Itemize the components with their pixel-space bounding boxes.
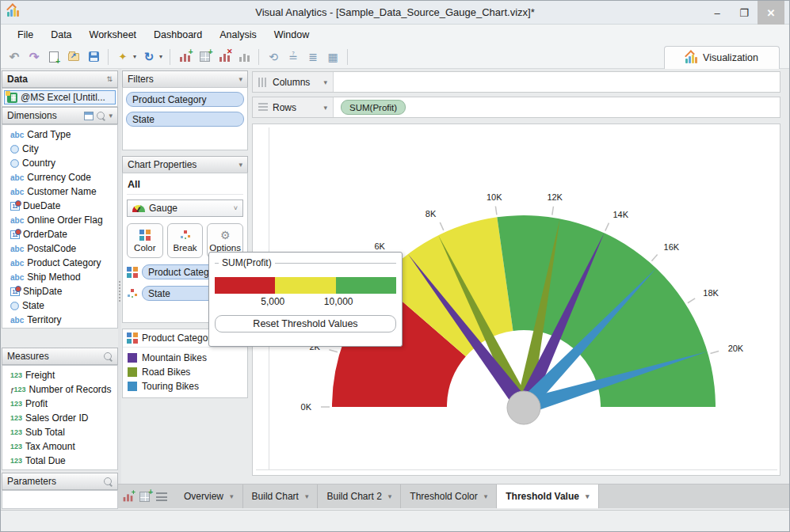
legend-item[interactable]: Touring Bikes: [128, 379, 242, 393]
collapse-expand-icon[interactable]: ⇅: [106, 75, 113, 83]
data-source-item[interactable]: @MS Excel [Untitl...: [4, 90, 116, 104]
menu-item[interactable]: Analysis: [211, 26, 265, 44]
svg-text:10K: 10K: [487, 192, 502, 202]
menu-item[interactable]: Dashboard: [145, 26, 211, 44]
tab-dropdown-caret[interactable]: ▾: [388, 492, 392, 500]
menu-item[interactable]: Window: [265, 26, 318, 44]
save-icon[interactable]: [86, 50, 101, 64]
panel-splitter[interactable]: [118, 69, 121, 484]
measure-item[interactable]: 123 Profit: [2, 397, 117, 411]
measure-item[interactable]: ƒ123 Number of Records: [2, 382, 117, 397]
search-icon[interactable]: [104, 477, 113, 486]
search-icon[interactable]: [104, 352, 113, 361]
wizard-icon[interactable]: ✦: [116, 50, 130, 64]
dimension-item[interactable]: abc Customer Name: [2, 184, 117, 199]
remove-chart-icon[interactable]: ✕: [217, 50, 231, 64]
legend-item[interactable]: Road Bikes: [128, 365, 242, 379]
search-icon[interactable]: [97, 112, 105, 120]
measure-label: Total Due: [25, 455, 66, 466]
dimension-item[interactable]: abc PostalCode: [2, 241, 117, 256]
menu-item[interactable]: Data: [42, 26, 80, 44]
dimension-item[interactable]: abc Ship Method: [2, 270, 117, 284]
add-crosstab-icon[interactable]: +: [197, 50, 212, 64]
dimension-item[interactable]: 12 ShipDate: [2, 284, 117, 298]
minimize-button[interactable]: –: [704, 1, 731, 25]
chevron-down-icon[interactable]: ▾: [239, 161, 242, 169]
scope-label: All: [127, 177, 243, 195]
dimension-item[interactable]: abc Online Order Flag: [2, 213, 117, 227]
columns-shelf[interactable]: Columns ▾: [252, 71, 780, 93]
number-type-icon: 123: [10, 400, 22, 408]
reset-threshold-button[interactable]: Reset Threshold Values: [215, 315, 396, 332]
threshold-segment[interactable]: [336, 277, 396, 294]
color-button[interactable]: Color: [127, 223, 163, 258]
measure-item[interactable]: 123 Sub Total: [2, 425, 117, 439]
rows-shelf-label[interactable]: Rows ▾: [253, 97, 334, 117]
dimension-item[interactable]: abc Currency Code: [2, 170, 117, 184]
dimension-item[interactable]: abc Territory: [2, 313, 117, 327]
redo-icon[interactable]: ↷: [27, 50, 41, 64]
dimension-item[interactable]: Country: [2, 156, 117, 170]
add-chart-icon[interactable]: +: [124, 492, 133, 501]
dimension-item[interactable]: City: [2, 142, 117, 156]
tab-dropdown-caret[interactable]: ▾: [230, 492, 234, 500]
legend-item[interactable]: Mountain Bikes: [128, 351, 242, 365]
tab-dropdown-caret[interactable]: ▾: [305, 492, 309, 500]
filter-pill[interactable]: Product Category: [126, 92, 244, 107]
threshold-segment[interactable]: [275, 277, 335, 294]
dimension-item[interactable]: abc Product Category: [2, 256, 117, 270]
number-type-icon: 123: [10, 428, 22, 436]
add-chart-icon[interactable]: +: [177, 50, 192, 64]
dimension-item[interactable]: abc Card Type: [2, 127, 117, 142]
measure-item[interactable]: 123 Sales Order ID: [2, 411, 117, 425]
sheet-tab[interactable]: Build Chart ▾: [243, 484, 319, 508]
columns-shelf-label[interactable]: Columns ▾: [253, 72, 334, 92]
tab-visualization[interactable]: Visualization: [664, 46, 780, 69]
measure-item[interactable]: 123 Tax Amount: [2, 439, 117, 454]
tab-dropdown-caret[interactable]: ▾: [586, 492, 590, 500]
undo-icon[interactable]: ↶: [7, 50, 21, 64]
close-button[interactable]: ✕: [758, 1, 784, 25]
sort-ascending-icon[interactable]: ≟: [286, 50, 300, 64]
add-crosstab-icon[interactable]: +: [139, 492, 150, 502]
refresh-dropdown-caret[interactable]: ▾: [159, 53, 162, 60]
rotate-icon[interactable]: ⟲: [266, 50, 281, 64]
sheet-menu-icon[interactable]: [156, 492, 167, 501]
wizard-dropdown-caret[interactable]: ▾: [133, 53, 136, 60]
chevron-down-icon[interactable]: ▾: [239, 75, 242, 83]
dimension-item[interactable]: 12 OrderDate: [2, 227, 117, 241]
sheet-tab[interactable]: Threshold Value ▾: [497, 484, 598, 508]
dimension-label: Online Order Flag: [27, 215, 102, 226]
measure-label: Tax Amount: [25, 441, 75, 452]
measure-item[interactable]: 123 Freight: [2, 368, 117, 382]
table-view-icon[interactable]: [84, 112, 94, 120]
filter-pill[interactable]: State: [126, 112, 244, 127]
sheet-tab[interactable]: Overview ▾: [175, 484, 243, 508]
refresh-icon[interactable]: ↻: [142, 50, 156, 64]
threshold-color-bar[interactable]: [215, 277, 396, 294]
break-button[interactable]: Break: [167, 223, 204, 258]
sheet-tab[interactable]: Threshold Color ▾: [401, 484, 497, 508]
maximize-button[interactable]: ❐: [731, 1, 758, 25]
dimension-item[interactable]: State: [2, 298, 117, 313]
calendar-icon: 12: [10, 202, 20, 211]
chevron-down-icon[interactable]: ▾: [323, 78, 327, 86]
measure-label: Freight: [25, 370, 55, 381]
rows-shelf[interactable]: Rows ▾ SUM(Profit): [252, 97, 780, 118]
tab-dropdown-caret[interactable]: ▾: [484, 492, 488, 500]
sort-descending-icon[interactable]: ≣: [306, 50, 320, 64]
menu-item[interactable]: Worksheet: [81, 26, 146, 44]
measure-item[interactable]: 123 Total Due: [2, 454, 117, 468]
sheet-tab[interactable]: Build Chart 2 ▾: [318, 484, 401, 508]
menu-item[interactable]: File: [9, 26, 42, 44]
rows-field-pill[interactable]: SUM(Profit): [341, 100, 406, 115]
dimension-item[interactable]: 12 DueDate: [2, 199, 117, 213]
chart-type-select[interactable]: Gauge ˅: [127, 200, 243, 217]
open-file-icon[interactable]: [67, 50, 81, 64]
chevron-down-icon[interactable]: ▾: [109, 112, 113, 120]
new-document-icon[interactable]: [47, 50, 61, 64]
threshold-value-popup: SUM(Profit) 5,000 10,000 Reset Threshold…: [208, 252, 403, 347]
chart-options-icon[interactable]: ▦: [326, 50, 340, 64]
threshold-segment[interactable]: [215, 277, 275, 294]
chevron-down-icon[interactable]: ▾: [323, 104, 327, 112]
